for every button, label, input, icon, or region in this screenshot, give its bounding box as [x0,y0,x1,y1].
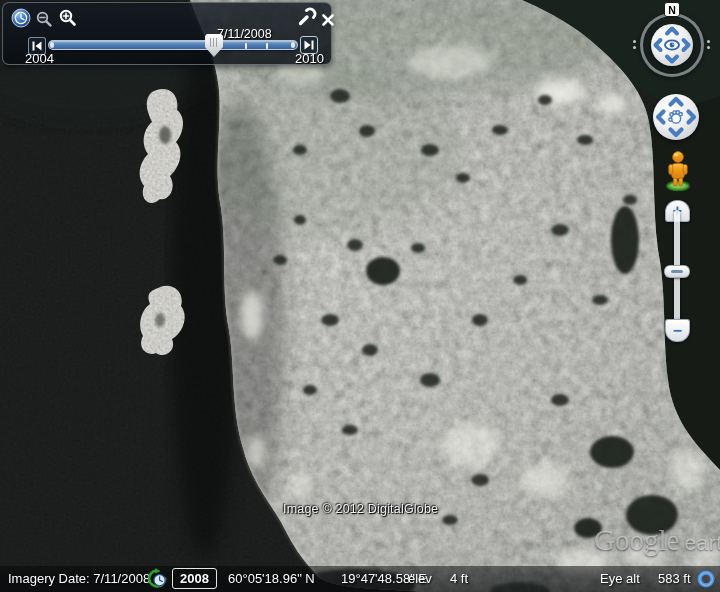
compass-ring-dot [707,40,710,43]
minus-glyph [671,270,683,273]
timeline-date-label: 7/11/2008 [217,27,272,41]
historical-imagery-clock-icon[interactable] [146,568,168,592]
timeline-track-left-cap [50,42,54,48]
year-badge[interactable]: 2008 [172,568,217,589]
timeline-start-year: 2004 [25,51,54,66]
zoom-out-button[interactable]: − [665,319,690,342]
imagery-date-value: 7/11/2008 [93,571,150,586]
pegman-icon[interactable] [660,149,696,193]
compass-north-button[interactable]: N [664,2,680,17]
google-earth-logo-google: Google [594,524,679,556]
streaming-progress-ring-icon [696,569,716,592]
timeline-close-icon[interactable] [322,12,334,30]
move-joystick[interactable] [653,94,699,140]
timeline-tick [266,43,268,49]
imagery-date-label: Imagery Date: [8,571,90,586]
timeline-slider-thumb[interactable] [205,34,223,57]
timeline-track-right-cap [291,42,295,48]
eye-altitude-value: 583 ft [658,571,691,586]
compass-ring-dot [707,46,710,49]
google-earth-logo: Googleearth [594,524,720,557]
timeline-track[interactable] [48,40,298,50]
eye-icon [665,40,679,49]
status-bar: Imagery Date: 7/11/2008 2008 60°05'18.96… [0,566,720,592]
time-slider-panel: 7/11/2008 2004 2010 [2,2,332,65]
zoom-slider-thumb[interactable] [664,265,690,278]
google-earth-logo-earth: earth [684,531,720,554]
timeline-zoom-in-icon[interactable] [59,9,77,31]
timeline-zoom-out-icon[interactable] [36,11,53,32]
compass-ring-dot [633,46,636,49]
look-joystick[interactable] [651,24,693,66]
hand-icon [669,111,683,123]
timeline-end-year: 2010 [295,51,324,66]
historical-clock-icon[interactable] [11,8,31,32]
timeline-settings-wrench-icon[interactable] [297,7,317,31]
imagery-credit: Image © 2012 DigitalGlobe [283,502,438,516]
timeline-tick [245,43,247,49]
google-earth-window: Image © 2012 DigitalGlobe Googleearth [0,0,720,592]
imagery-date: Imagery Date: 7/11/2008 [8,571,150,586]
eye-altitude-label: Eye alt [600,571,640,586]
latitude-readout: 60°05'18.96" N [228,571,315,586]
elevation-value: 4 ft [450,571,468,586]
elevation-label: elev [408,571,432,586]
compass-ring-dot [633,40,636,43]
